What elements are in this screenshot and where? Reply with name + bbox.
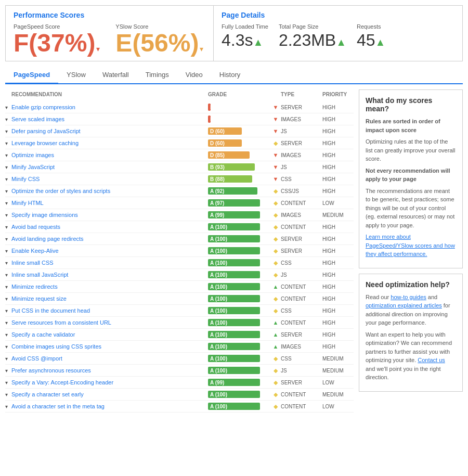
row-toggle[interactable]: ▾ <box>5 117 11 122</box>
row-type: IMAGES <box>281 152 322 158</box>
row-recommendation-name[interactable]: Combine images using CSS sprites <box>11 343 208 350</box>
row-trend-icon: ◆ <box>270 260 281 266</box>
row-priority: HIGH <box>322 248 354 254</box>
row-toggle[interactable]: ▾ <box>5 380 11 385</box>
row-type: CSS <box>281 176 322 182</box>
row-priority: HIGH <box>322 332 354 338</box>
row-priority: LOW <box>322 380 354 385</box>
row-toggle[interactable]: ▾ <box>5 212 11 218</box>
row-recommendation-name[interactable]: Put CSS in the document head <box>11 307 208 314</box>
row-recommendation-name[interactable]: Minimize request size <box>11 295 208 302</box>
row-priority: HIGH <box>322 344 354 350</box>
row-priority: HIGH <box>322 140 354 146</box>
row-type: CONTENT <box>281 392 322 397</box>
row-recommendation-name[interactable]: Serve resources from a consistent URL <box>11 319 208 326</box>
row-recommendation-name[interactable]: Optimize images <box>11 152 208 158</box>
scores-text1: Optimizing rules at the top of the list … <box>366 137 456 163</box>
tab-yslow[interactable]: YSlow <box>58 67 94 84</box>
row-grade-bar: A (100) <box>208 271 270 279</box>
row-toggle[interactable]: ▾ <box>5 188 11 194</box>
yslow-value: E(56%) <box>115 31 199 56</box>
tab-video[interactable]: Video <box>177 67 211 84</box>
row-toggle[interactable]: ▾ <box>5 140 11 146</box>
scores-bold1: Rules are sorted in order of impact upon… <box>366 117 456 134</box>
contact-us-link[interactable]: Contact us <box>418 357 445 363</box>
row-toggle[interactable]: ▾ <box>5 296 11 302</box>
grade-label: F (0) <box>208 117 221 122</box>
row-toggle[interactable]: ▾ <box>5 332 11 338</box>
row-grade-bar: A (100) <box>208 247 270 255</box>
row-trend-icon: ◆ <box>270 391 281 398</box>
tab-timings[interactable]: Timings <box>137 67 177 84</box>
table-row: ▾ Put CSS in the document head A (100) ◆… <box>5 305 354 317</box>
optimization-articles-link[interactable]: optimization explained articles <box>366 302 442 308</box>
grade-label: F (0) <box>208 105 221 110</box>
row-toggle[interactable]: ▾ <box>5 356 11 362</box>
row-trend-icon: ◆ <box>270 355 281 362</box>
row-toggle[interactable]: ▾ <box>5 248 11 254</box>
table-row: ▾ Defer parsing of JavaScript D (60) ▼ J… <box>5 125 354 137</box>
row-toggle[interactable]: ▾ <box>5 152 11 158</box>
row-trend-icon: ◆ <box>270 248 281 254</box>
row-toggle[interactable]: ▾ <box>5 308 11 314</box>
tab-history[interactable]: History <box>211 67 249 84</box>
row-toggle[interactable]: ▾ <box>5 164 11 170</box>
row-toggle[interactable]: ▾ <box>5 284 11 290</box>
row-recommendation-name[interactable]: Avoid a character set in the meta tag <box>11 403 208 409</box>
scores-meaning-title: What do my scores mean? <box>366 96 456 113</box>
scores-link: Learn more about PageSpeed/YSlow scores … <box>366 233 456 259</box>
row-toggle[interactable]: ▾ <box>5 344 11 350</box>
scores-learn-more-link[interactable]: Learn more about PageSpeed/YSlow scores … <box>366 234 455 257</box>
row-priority: LOW <box>322 200 354 206</box>
grade-label: A (100) <box>208 236 227 242</box>
row-recommendation-name[interactable]: Specify image dimensions <box>11 212 208 218</box>
row-toggle[interactable]: ▾ <box>5 236 11 242</box>
row-recommendation-name[interactable]: Minify JavaScript <box>11 164 208 170</box>
row-toggle[interactable]: ▾ <box>5 392 11 397</box>
row-type: IMAGES <box>281 344 322 350</box>
row-toggle[interactable]: ▾ <box>5 200 11 206</box>
row-type: CONTENT <box>281 320 322 326</box>
row-toggle[interactable]: ▾ <box>5 272 11 278</box>
row-recommendation-name[interactable]: Minimize redirects <box>11 284 208 290</box>
row-recommendation-name[interactable]: Avoid bad requests <box>11 224 208 230</box>
row-toggle[interactable]: ▾ <box>5 105 11 110</box>
row-recommendation-name[interactable]: Inline small JavaScript <box>11 272 208 278</box>
row-recommendation-name[interactable]: Specify a cache validator <box>11 331 208 338</box>
row-recommendation-name[interactable]: Enable Keep-Alive <box>11 248 208 254</box>
row-recommendation-name[interactable]: Leverage browser caching <box>11 140 208 146</box>
row-toggle[interactable]: ▾ <box>5 368 11 374</box>
row-toggle[interactable]: ▾ <box>5 176 11 182</box>
row-toggle[interactable]: ▾ <box>5 320 11 326</box>
row-recommendation-name[interactable]: Avoid CSS @import <box>11 355 208 362</box>
row-grade-bar: A (100) <box>208 330 270 339</box>
row-recommendation-name[interactable]: Avoid landing page redirects <box>11 236 208 242</box>
row-recommendation-name[interactable]: Specify a Vary: Accept-Encoding header <box>11 379 208 385</box>
row-grade-bar: A (100) <box>208 223 270 231</box>
row-recommendation-name[interactable]: Prefer asynchronous resources <box>11 367 208 374</box>
row-type: CONTENT <box>281 284 322 290</box>
row-toggle[interactable]: ▾ <box>5 128 11 134</box>
row-grade-bar: A (100) <box>208 390 270 398</box>
row-recommendation-name[interactable]: Inline small CSS <box>11 260 208 266</box>
row-recommendation-name[interactable]: Specify a character set early <box>11 391 208 397</box>
table-row: ▾ Specify image dimensions A (99) ◆ IMAG… <box>5 209 354 221</box>
row-recommendation-name[interactable]: Defer parsing of JavaScript <box>11 128 208 134</box>
row-recommendation-name[interactable]: Minify CSS <box>11 176 208 182</box>
how-to-guides-link[interactable]: how-to guides <box>391 294 426 300</box>
row-type: JS <box>281 272 322 278</box>
table-row: ▾ Avoid CSS @import A (100) ◆ CSS MEDIUM <box>5 353 354 365</box>
row-recommendation-name[interactable]: Enable gzip compression <box>11 104 208 110</box>
tab-pagespeed[interactable]: PageSpeed <box>5 67 58 84</box>
optimization-help-box: Need optimization help? Read our how-to … <box>359 274 463 392</box>
grade-label: B (88) <box>208 176 225 182</box>
grade-label: A (100) <box>208 284 227 290</box>
row-toggle[interactable]: ▾ <box>5 404 11 409</box>
row-recommendation-name[interactable]: Minify HTML <box>11 200 208 206</box>
tab-waterfall[interactable]: Waterfall <box>94 67 137 84</box>
row-recommendation-name[interactable]: Serve scaled images <box>11 116 208 122</box>
row-toggle[interactable]: ▾ <box>5 224 11 230</box>
row-recommendation-name[interactable]: Optimize the order of styles and scripts <box>11 188 208 194</box>
row-toggle[interactable]: ▾ <box>5 260 11 266</box>
row-priority: HIGH <box>322 224 354 230</box>
